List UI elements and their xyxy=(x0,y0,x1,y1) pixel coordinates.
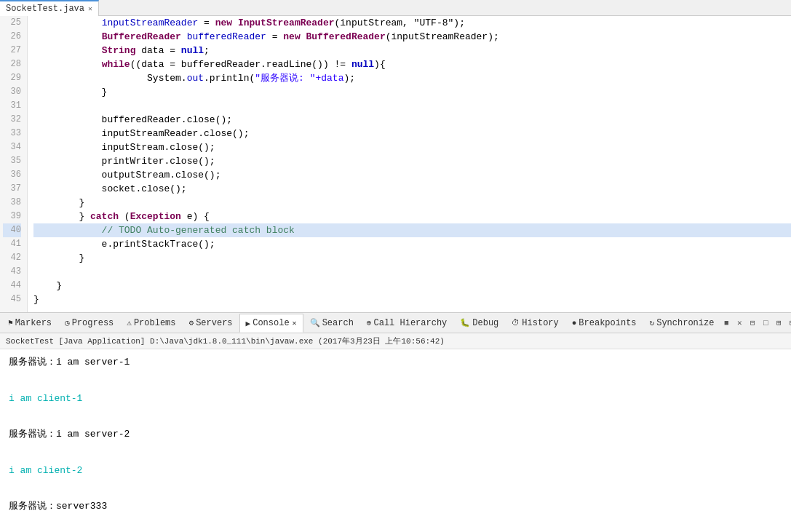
panel-action-btn-1[interactable]: ✕ xyxy=(734,317,745,329)
console-output-line: i am client-1 xyxy=(9,392,782,407)
code-line: } xyxy=(33,279,791,293)
search-tab-label: Search xyxy=(322,318,354,328)
markers-tab-label: Markers xyxy=(15,318,52,328)
panel-tab-progress[interactable]: ◷Progress xyxy=(58,314,120,333)
panel-action-btn-4[interactable]: ⊞ xyxy=(773,317,784,329)
console-output-line: i am client-2 xyxy=(9,464,782,479)
close-icon[interactable]: ✕ xyxy=(88,4,92,13)
code-line: } xyxy=(33,293,791,306)
code-line: e.printStackTrace(); xyxy=(33,237,791,251)
history-tab-icon: ⏱ xyxy=(512,318,520,327)
code-line: outputStream.close(); xyxy=(33,168,791,182)
console-output-line: 服务器说：server333 xyxy=(9,499,782,515)
servers-tab-label: Servers xyxy=(196,318,232,328)
panel-tab-servers[interactable]: ⚙Servers xyxy=(183,314,239,333)
bottom-panel: ⚑Markers◷Progress⚠Problems⚙Servers▶Conso… xyxy=(0,313,791,532)
console-output-line xyxy=(9,445,782,461)
code-line: BufferedReader bufferedReader = new Buff… xyxy=(33,30,791,44)
console-output[interactable]: 服务器说：i am server-1 i am client-1 服务器说：i … xyxy=(0,349,791,532)
code-content[interactable]: inputStreamReader = new InputStreamReade… xyxy=(28,16,791,312)
console-tab-close-icon[interactable]: ✕ xyxy=(293,319,297,327)
search-tab-icon: 🔍 xyxy=(310,318,320,327)
editor-tab-bar: SocketTest.java ✕ xyxy=(0,0,791,16)
code-line xyxy=(33,99,791,113)
code-line: } catch (Exception e) { xyxy=(33,210,791,223)
console-output-line: 服务器说：i am server-2 xyxy=(9,427,782,442)
synchronize-tab-icon: ↻ xyxy=(650,318,655,327)
console-output-line xyxy=(9,482,782,497)
callhierarchy-tab-label: Call Hierarchy xyxy=(373,318,447,328)
markers-tab-icon: ⚑ xyxy=(8,318,13,327)
code-line: socket.close(); xyxy=(33,182,791,196)
breakpoints-tab-icon: ● xyxy=(572,319,577,327)
panel-tab-breakpoints[interactable]: ●Breakpoints xyxy=(565,314,643,333)
code-line: printWriter.close(); xyxy=(33,154,791,168)
editor-tab-label: SocketTest.java xyxy=(6,4,84,14)
code-container: 2526272829303132333435363738394041424344… xyxy=(0,16,791,312)
code-line: } xyxy=(33,251,791,265)
panel-tab-problems[interactable]: ⚠Problems xyxy=(120,314,182,333)
code-line: String data = null; xyxy=(33,44,791,57)
panel-tab-markers[interactable]: ⚑Markers xyxy=(1,314,58,333)
servers-tab-icon: ⚙ xyxy=(189,318,194,327)
line-numbers: 2526272829303132333435363738394041424344… xyxy=(0,16,28,312)
code-line xyxy=(33,265,791,279)
code-line: } xyxy=(33,196,791,210)
editor-area: SocketTest.java ✕ 2526272829303132333435… xyxy=(0,0,791,313)
code-line: inputStreamReader.close(); xyxy=(33,127,791,140)
console-output-line xyxy=(9,373,782,389)
console-output-line xyxy=(9,409,782,424)
code-line: System.out.println("服务器说: "+data); xyxy=(33,71,791,85)
debug-tab-icon: 🐛 xyxy=(460,318,470,327)
console-tab-icon: ▶ xyxy=(246,319,251,328)
callhierarchy-tab-icon: ⊕ xyxy=(367,318,372,327)
panel-tab-synchronize[interactable]: ↻Synchronize xyxy=(643,314,721,333)
code-line: inputStreamReader = new InputStreamReade… xyxy=(33,16,791,30)
progress-tab-icon: ◷ xyxy=(65,318,70,327)
editor-tab-sockettest[interactable]: SocketTest.java ✕ xyxy=(0,0,99,16)
panel-tab-debug[interactable]: 🐛Debug xyxy=(453,314,505,333)
panel-tab-callhierarchy[interactable]: ⊕Call Hierarchy xyxy=(360,314,453,333)
panel-action-btn-5[interactable]: ⊞ xyxy=(786,317,791,329)
panel-action-btn-2[interactable]: ⊟ xyxy=(747,317,758,329)
panel-action-btn-0[interactable]: ■ xyxy=(720,317,732,329)
console-header: SocketTest [Java Application] D:\Java\jd… xyxy=(0,333,791,349)
code-line: inputStream.close(); xyxy=(33,140,791,154)
progress-tab-label: Progress xyxy=(72,318,114,328)
problems-tab-icon: ⚠ xyxy=(127,318,132,327)
panel-tab-search[interactable]: 🔍Search xyxy=(303,314,360,333)
debug-tab-label: Debug xyxy=(472,318,498,328)
history-tab-label: History xyxy=(522,318,558,328)
panel-actions: ■✕⊟□⊞⊞↗✕ xyxy=(720,317,791,329)
panel-action-btn-3[interactable]: □ xyxy=(760,317,771,329)
synchronize-tab-label: Synchronize xyxy=(656,318,714,328)
code-line: while((data = bufferedReader.readLine())… xyxy=(33,57,791,71)
console-tab-label: Console xyxy=(253,318,289,328)
panel-tab-history[interactable]: ⏱History xyxy=(505,314,565,333)
panel-tab-bar: ⚑Markers◷Progress⚠Problems⚙Servers▶Conso… xyxy=(0,313,791,333)
code-line: bufferedReader.close(); xyxy=(33,113,791,127)
console-output-line: 服务器说：i am server-1 xyxy=(9,355,782,370)
problems-tab-label: Problems xyxy=(134,318,176,328)
breakpoints-tab-label: Breakpoints xyxy=(579,318,636,328)
code-line: // TODO Auto-generated catch block xyxy=(33,223,791,237)
console-header-text: SocketTest [Java Application] D:\Java\jd… xyxy=(6,337,445,346)
panel-tab-console[interactable]: ▶Console✕ xyxy=(239,314,303,333)
code-line: } xyxy=(33,85,791,99)
